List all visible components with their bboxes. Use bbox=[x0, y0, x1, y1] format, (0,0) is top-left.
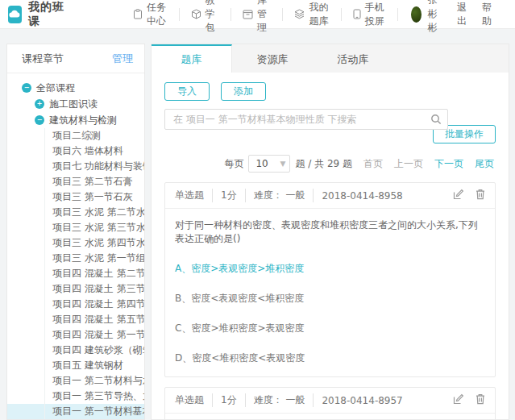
sidebar-item[interactable]: 项目四 建筑砂浆（砌筑、... bbox=[7, 343, 144, 358]
nav-task-center[interactable]: 任务中心 bbox=[122, 8, 180, 21]
sidebar-item[interactable]: 项目六 墙体材料 bbox=[7, 143, 144, 159]
question-header: 单选题 1分 难度： 一般 2018-0414-8957 bbox=[165, 388, 495, 414]
sidebar-item[interactable]: 项目五 建筑钢材 bbox=[7, 358, 144, 373]
option-a[interactable]: A、密度>表观密度>堆积密度 bbox=[175, 262, 485, 276]
archive-icon bbox=[243, 10, 253, 19]
first-page-link[interactable]: 首页 bbox=[363, 157, 383, 171]
prev-page-link[interactable]: 上一页 bbox=[394, 157, 423, 171]
nav-library-manage[interactable]: 库管理 bbox=[231, 8, 283, 21]
expand-icon[interactable]: + bbox=[35, 99, 44, 109]
tree-node-label: 全部课程 bbox=[36, 81, 75, 95]
cloud-icon bbox=[9, 9, 20, 20]
option-key: B、 bbox=[175, 293, 191, 304]
nav-my-question-bank[interactable]: 我的题库 bbox=[283, 8, 341, 21]
nav-teaching-package[interactable]: 教学包 bbox=[180, 8, 231, 21]
add-button[interactable]: 添加 bbox=[221, 82, 266, 101]
sidebar-item[interactable]: 项目四 混凝土 第三节强度 bbox=[7, 281, 144, 297]
question-score: 1分 bbox=[213, 393, 246, 407]
nav-phone-cast[interactable]: 手机投屏 bbox=[342, 8, 398, 21]
app-title: 我的班课 bbox=[28, 0, 65, 29]
option-text: 密度>堆积密度>表观密度 bbox=[191, 322, 304, 334]
sidebar-item[interactable]: 项目四 混凝土 第一节原材... bbox=[7, 327, 144, 343]
sidebar-header: 课程章节 管理 bbox=[7, 44, 144, 73]
tree-node-label: 建筑材料与检测 bbox=[49, 114, 117, 127]
tree-node-all-courses[interactable]: − 全部课程 bbox=[7, 80, 144, 96]
search-icon[interactable] bbox=[430, 114, 442, 127]
delete-icon[interactable] bbox=[476, 189, 485, 202]
edit-icon[interactable] bbox=[453, 189, 464, 202]
total-count: 题 / 共 29 题 bbox=[295, 157, 352, 171]
manage-link[interactable]: 管理 bbox=[112, 52, 133, 66]
option-d[interactable]: D、密度<堆积密度<表观密度 bbox=[175, 351, 485, 365]
app-logo[interactable] bbox=[8, 6, 22, 23]
edit-icon[interactable] bbox=[453, 393, 464, 407]
import-button[interactable]: 导入 bbox=[164, 82, 210, 101]
user-name: 张彬彬 bbox=[428, 0, 446, 35]
question-difficulty: 难度： 一般 bbox=[246, 189, 314, 202]
sidebar-item[interactable]: 项目三 水泥 第三节水泥的... bbox=[7, 220, 144, 235]
question-actions bbox=[453, 393, 485, 407]
question-id: 2018-0414-8957 bbox=[314, 395, 410, 406]
sidebar-item[interactable]: 项目二综测 bbox=[7, 128, 144, 143]
collapse-icon[interactable]: − bbox=[35, 115, 44, 125]
option-c[interactable]: C、密度>堆积密度>表观密度 bbox=[175, 322, 485, 335]
sidebar-item[interactable]: 项目三 水泥 第二节水泥的... bbox=[7, 205, 144, 220]
toolbar: 导入 添加 bbox=[164, 82, 496, 101]
logout-link[interactable]: 退出 bbox=[457, 1, 469, 28]
tree-node-branch[interactable]: + 施工图识读 bbox=[7, 96, 144, 112]
sidebar-item[interactable]: 项目四 混凝土 第二节和易性 bbox=[7, 266, 144, 281]
question-difficulty: 难度： 一般 bbox=[246, 393, 314, 407]
nav-label: 任务中心 bbox=[147, 1, 168, 28]
option-b[interactable]: B、密度<表观密度<堆积密度 bbox=[175, 292, 485, 306]
sidebar-item[interactable]: 项目七 功能材料与装饰材料 bbox=[7, 159, 144, 174]
search-input[interactable] bbox=[164, 109, 448, 130]
question-card: 单选题 1分 难度： 一般 2018-0414-8957 某河砂质量为126 bbox=[164, 387, 496, 420]
sidebar-item-selected[interactable]: 项目一 第一节材料基本物... bbox=[7, 404, 144, 419]
sidebar-item[interactable]: 项目一 第二节材料与水相... bbox=[7, 373, 144, 389]
sidebar-item[interactable]: 项目一 第三节导热、力学... bbox=[7, 389, 144, 404]
main-area: 题库 资源库 活动库 导入 添加 批量操作 每页 bbox=[151, 44, 509, 420]
sidebar-item[interactable]: 项目三 第二节石膏 bbox=[7, 174, 144, 189]
nav-label: 手机投屏 bbox=[365, 1, 386, 28]
sidebar-item[interactable]: 项目三 第一节石灰 bbox=[7, 189, 144, 205]
package-icon bbox=[191, 9, 201, 19]
sidebar-item[interactable]: 项目四 混凝土 第五节配合... bbox=[7, 312, 144, 327]
clipboard-icon bbox=[133, 9, 143, 19]
per-page-value: 10 bbox=[255, 158, 268, 169]
question-type: 单选题 bbox=[175, 393, 213, 407]
option-text: 密度<表观密度<堆积密度 bbox=[191, 293, 304, 304]
sidebar-item[interactable]: 项目三 水泥 第四节水泥的... bbox=[7, 235, 144, 251]
question-body: 对于同一种材料的密度、表观密度和堆积密度三者之间的大小关系,下列表达正确的是()… bbox=[165, 209, 495, 376]
question-type: 单选题 bbox=[175, 189, 213, 202]
sidebar-item[interactable]: 项目四 混凝土 第四节混凝... bbox=[7, 297, 144, 312]
option-text: 密度<堆积密度<表观密度 bbox=[192, 352, 305, 364]
avatar[interactable] bbox=[411, 6, 421, 23]
option-key: A、 bbox=[175, 263, 191, 274]
question-id: 2018-0414-8958 bbox=[314, 190, 410, 202]
tab-filler bbox=[393, 44, 509, 73]
per-page-prefix: 每页 bbox=[224, 157, 243, 171]
last-page-link[interactable]: 尾页 bbox=[475, 157, 494, 171]
delete-icon[interactable] bbox=[476, 393, 485, 407]
sidebar-title: 课程章节 bbox=[22, 52, 64, 66]
next-page-link[interactable]: 下一页 bbox=[434, 157, 463, 171]
course-chapter-sidebar: 课程章节 管理 − 全部课程 + 施工图识读 − 建筑材料与检测 项目二综测 项… bbox=[6, 44, 145, 420]
user-area: 张彬彬 退出 帮助 bbox=[403, 0, 507, 35]
search-area bbox=[164, 109, 448, 130]
pagination: 每页 10 ▼ 题 / 共 29 题 首页 上一页 下一页 尾页 bbox=[164, 155, 494, 173]
top-bar: 我的班课 任务中心 教学包 库管理 我的题库 bbox=[0, 0, 515, 29]
top-nav: 任务中心 教学包 库管理 我的题库 手机投屏 bbox=[122, 8, 398, 21]
tab-activity-bank[interactable]: 活动库 bbox=[313, 44, 393, 73]
tab-question-bank[interactable]: 题库 bbox=[152, 44, 232, 73]
question-body: 某河砂质量为1260kg,烘干至恒重时质量为1145kg,此河砂的含水率为（ ）… bbox=[165, 414, 495, 420]
help-link[interactable]: 帮助 bbox=[482, 1, 494, 28]
sidebar-item[interactable]: 项目三 水泥 第一节组成和... bbox=[7, 251, 144, 266]
tree-node-label: 施工图识读 bbox=[49, 98, 98, 111]
collapse-icon[interactable]: − bbox=[22, 83, 31, 93]
tab-strip: 题库 资源库 活动库 bbox=[151, 44, 509, 73]
per-page-select[interactable]: 10 ▼ bbox=[248, 155, 290, 173]
tab-resource-bank[interactable]: 资源库 bbox=[232, 44, 313, 73]
nav-label: 教学包 bbox=[206, 0, 219, 35]
tree-node-branch[interactable]: − 建筑材料与检测 bbox=[7, 112, 144, 128]
question-stem: 对于同一种材料的密度、表观密度和堆积密度三者之间的大小关系,下列表达正确的是() bbox=[175, 218, 485, 246]
